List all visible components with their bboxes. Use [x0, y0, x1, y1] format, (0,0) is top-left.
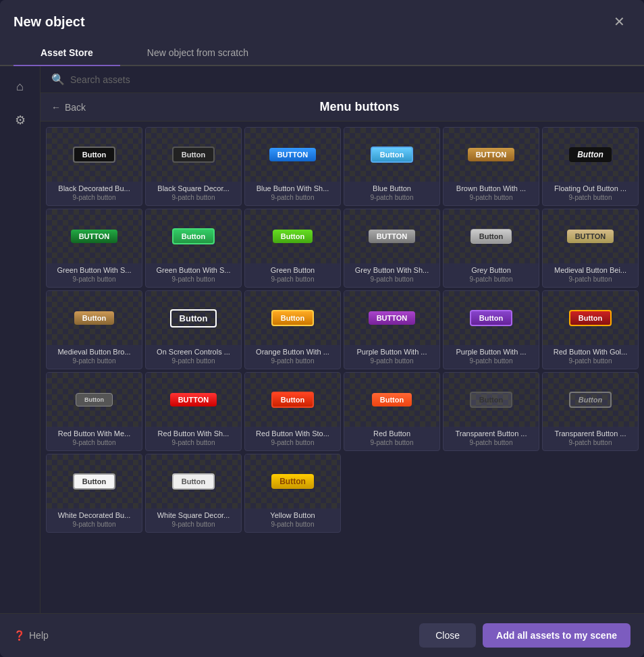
asset-name: Black Square Decor... [150, 184, 237, 192]
asset-name: Transparent Button ... [448, 429, 535, 438]
asset-card[interactable]: BUTTONRed Button With Sh...9-patch butto… [145, 372, 242, 451]
asset-type: 9-patch button [150, 521, 237, 528]
asset-preview: BUTTON [344, 209, 439, 263]
help-label: Help [29, 630, 49, 641]
asset-name: Green Button [249, 266, 336, 274]
asset-card[interactable]: ButtonWhite Decorated Bu...9-patch butto… [46, 454, 142, 533]
help-icon: ❓ [14, 630, 25, 641]
asset-info: Green Button9-patch button [245, 263, 340, 287]
asset-card[interactable]: BUTTONGreen Button With S...9-patch butt… [46, 209, 142, 288]
asset-card[interactable]: ButtonGreen Button With S...9-patch butt… [145, 209, 242, 288]
dialog-header: New object ✕ [0, 0, 644, 41]
asset-type: 9-patch button [249, 357, 336, 365]
asset-info: Medieval Button Bei...9-patch button [543, 263, 638, 287]
asset-type: 9-patch button [150, 275, 237, 283]
asset-type: 9-patch button [150, 194, 237, 201]
button-preview-image: Button [470, 392, 512, 408]
button-preview-image: Button [172, 147, 215, 163]
asset-name: Transparent Button ... [547, 429, 634, 438]
asset-card[interactable]: ButtonTransparent Button ...9-patch butt… [542, 372, 639, 451]
button-preview-image: Button [371, 147, 413, 163]
asset-preview: BUTTON [245, 128, 340, 182]
asset-preview: BUTTON [146, 373, 241, 427]
asset-type: 9-patch button [249, 521, 336, 528]
asset-card[interactable]: ButtonBlue Button9-patch button [344, 127, 440, 206]
home-button[interactable]: ⌂ [11, 74, 29, 99]
asset-type: 9-patch button [249, 275, 336, 283]
button-preview-image: BUTTON [567, 230, 614, 243]
asset-info: Yellow Button9-patch button [245, 508, 340, 532]
tab-new-object[interactable]: New object from scratch [120, 41, 275, 66]
asset-card[interactable]: BUTTONPurple Button With ...9-patch butt… [344, 290, 440, 369]
button-preview-image: Button [470, 310, 512, 326]
dialog-close-button[interactable]: ✕ [608, 11, 630, 32]
back-arrow-icon: ← [51, 102, 61, 113]
filter-button[interactable]: ⚙ [9, 107, 31, 133]
button-preview-image: BUTTON [170, 393, 217, 406]
asset-card[interactable]: BUTTONBrown Button With ...9-patch butto… [443, 127, 539, 206]
asset-preview: Button [47, 373, 142, 427]
asset-info: Grey Button9-patch button [444, 263, 539, 287]
asset-card[interactable]: ButtonYellow Button9-patch button [244, 454, 341, 533]
back-label: Back [65, 102, 86, 113]
asset-card[interactable]: ButtonBlack Square Decor...9-patch butto… [145, 127, 242, 206]
asset-card[interactable]: ButtonFloating Out Button ...9-patch but… [542, 127, 639, 206]
asset-info: Grey Button With Sh...9-patch button [344, 263, 439, 287]
asset-card[interactable]: ButtonRed Button With Sto...9-patch butt… [244, 372, 341, 451]
asset-preview: Button [47, 454, 142, 508]
button-preview-image: BUTTON [269, 148, 317, 161]
asset-card[interactable]: ButtonOrange Button With ...9-patch butt… [244, 290, 341, 369]
add-all-button[interactable]: Add all assets to my scene [483, 623, 630, 648]
new-object-dialog: New object ✕ Asset Store New object from… [0, 0, 644, 657]
button-preview-image: Button [73, 473, 115, 490]
asset-preview: Button [444, 373, 539, 427]
button-preview-image: Button [172, 473, 215, 490]
asset-name: Grey Button [448, 266, 535, 274]
asset-card[interactable]: ButtonWhite Square Decor...9-patch butto… [145, 454, 242, 533]
asset-type: 9-patch button [51, 275, 138, 283]
asset-card[interactable]: ButtonTransparent Button ...9-patch butt… [443, 372, 539, 451]
asset-card[interactable]: ButtonPurple Button With ...9-patch butt… [443, 290, 539, 369]
asset-card[interactable]: ButtonRed Button With Gol...9-patch butt… [542, 290, 639, 369]
asset-name: Yellow Button [249, 511, 336, 519]
help-button[interactable]: ❓ Help [14, 630, 49, 641]
asset-info: Blue Button With Sh...9-patch button [245, 182, 340, 205]
asset-info: Medieval Button Bro...9-patch button [47, 345, 142, 369]
asset-card[interactable]: BUTTONBlue Button With Sh...9-patch butt… [244, 127, 341, 206]
asset-card[interactable]: BUTTONGrey Button With Sh...9-patch butt… [344, 209, 440, 288]
asset-card[interactable]: ButtonMedieval Button Bro...9-patch butt… [46, 290, 142, 369]
asset-info: Red Button With Sh...9-patch button [146, 427, 241, 450]
asset-card[interactable]: ButtonGrey Button9-patch button [443, 209, 539, 288]
asset-card[interactable]: ButtonRed Button With Me...9-patch butto… [46, 372, 142, 451]
button-preview-image: Button [73, 147, 115, 163]
asset-type: 9-patch button [448, 275, 535, 283]
search-bar: 🔍 [41, 66, 644, 93]
back-button[interactable]: ← Back [51, 102, 86, 113]
asset-name: Brown Button With ... [448, 184, 535, 192]
search-input[interactable] [70, 74, 633, 85]
asset-name: Medieval Button Bro... [51, 348, 138, 356]
asset-card[interactable]: ButtonOn Screen Controls ...9-patch butt… [145, 290, 242, 369]
asset-card[interactable]: ButtonBlack Decorated Bu...9-patch butto… [46, 127, 142, 206]
asset-preview: BUTTON [47, 209, 142, 263]
asset-info: Green Button With S...9-patch button [146, 263, 241, 287]
button-preview-image: Button [273, 230, 313, 243]
asset-name: Purple Button With ... [448, 348, 535, 356]
asset-preview: Button [146, 291, 241, 345]
asset-card[interactable]: ButtonGreen Button9-patch button [244, 209, 341, 288]
asset-name: White Decorated Bu... [51, 511, 138, 519]
asset-card[interactable]: BUTTONMedieval Button Bei...9-patch butt… [542, 209, 639, 288]
asset-name: Red Button With Sh... [150, 429, 237, 438]
close-button[interactable]: Close [419, 623, 476, 648]
asset-info: Black Decorated Bu...9-patch button [47, 182, 142, 205]
tab-asset-store[interactable]: Asset Store [14, 41, 120, 66]
asset-name: Blue Button With Sh... [249, 184, 336, 192]
asset-info: White Decorated Bu...9-patch button [47, 508, 142, 532]
asset-info: Orange Button With ...9-patch button [245, 345, 340, 369]
asset-preview: Button [245, 291, 340, 345]
button-preview-image: Button [76, 393, 113, 406]
button-preview-image: BUTTON [468, 148, 515, 161]
asset-info: White Square Decor...9-patch button [146, 508, 241, 532]
asset-name: Green Button With S... [51, 266, 138, 274]
asset-card[interactable]: ButtonRed Button9-patch button [344, 372, 440, 451]
